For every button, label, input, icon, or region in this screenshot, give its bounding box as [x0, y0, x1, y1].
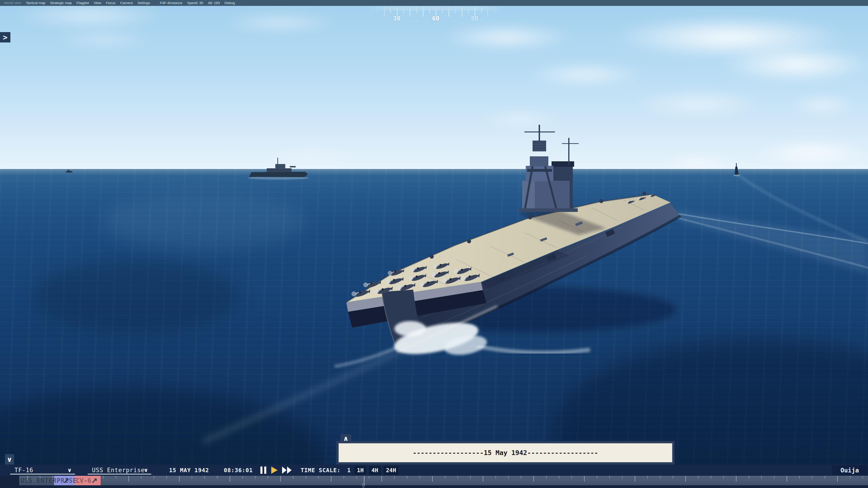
timeline-tick: [825, 476, 825, 479]
timeline-tick: [483, 476, 483, 482]
menu-item-tactical-map[interactable]: Tactical map: [26, 1, 45, 5]
compass-tick: [415, 6, 415, 10]
compass-tick: [484, 6, 484, 10]
timeline-tick: [521, 476, 521, 479]
compass-tick: [463, 6, 463, 10]
fast-forward-icon: [282, 466, 287, 474]
top-menu-bar: World view Tactical map Strategic map Fl…: [0, 0, 868, 6]
timeline-tick: [318, 476, 319, 479]
compass-tick: [477, 6, 477, 10]
timeline-tick: [306, 476, 306, 479]
play-button[interactable]: [271, 464, 278, 476]
compass-tick: [402, 6, 403, 10]
timeline-tick: [685, 476, 686, 482]
compass-tick: [473, 6, 474, 10]
timeline-tick: [850, 476, 850, 479]
compass-tick: [379, 6, 379, 10]
timeline-tick: [407, 476, 407, 479]
menu-item-view[interactable]: View: [94, 1, 101, 5]
compass-tick: [450, 6, 451, 10]
side-panel-expand-button[interactable]: >: [0, 32, 10, 42]
fast-forward-button[interactable]: [282, 464, 291, 476]
compass-tick: [410, 6, 410, 17]
compass-tick: [441, 6, 441, 10]
menu-item-focus[interactable]: Focus: [106, 1, 116, 5]
timeline-tick: [230, 476, 230, 482]
compass-tick: [414, 6, 414, 10]
timeline-ruler[interactable]: USS ENTERPRISE CV-6 ↗ ↗: [19, 476, 868, 485]
compass-tick: [386, 6, 387, 10]
chevron-right-icon: >: [3, 33, 7, 42]
timeline-tick: [673, 476, 673, 479]
time-scale-option-1[interactable]: 1: [346, 466, 351, 475]
distant-ship-left[interactable]: [66, 169, 72, 173]
timeline-tick: [344, 476, 344, 479]
play-icon: [271, 466, 278, 474]
timeline-tick: [546, 476, 547, 479]
time-scale-option-1h[interactable]: 1H: [355, 466, 366, 475]
distant-carrier[interactable]: [248, 158, 309, 180]
timeline-tick: [774, 476, 774, 479]
compass-tick: [416, 6, 417, 13]
timeline-tick: [381, 476, 382, 482]
timeline-tick: [837, 476, 838, 482]
menu-item-flagplot[interactable]: Flagplot: [76, 1, 89, 5]
compass-tape: 306090: [368, 6, 503, 27]
timeline-tick: [268, 476, 268, 479]
timeline-tick: [711, 476, 711, 479]
compass-tick: [447, 6, 448, 10]
compass-heading-label: 60: [432, 15, 440, 22]
timeline-tick: [584, 476, 585, 482]
compass-tick: [457, 6, 457, 10]
compass-tick: [433, 6, 434, 10]
compass-tick: [462, 6, 462, 17]
time-scale-option-24h[interactable]: 24H: [383, 466, 398, 475]
timeline-tick: [116, 476, 116, 479]
menu-item-debug[interactable]: Debug: [224, 1, 235, 5]
time-scale-option-4h[interactable]: 4H: [369, 466, 380, 475]
compass-tick: [486, 6, 487, 10]
compass-tick: [419, 6, 420, 10]
compass-tick: [403, 6, 404, 13]
timeline-tick: [736, 476, 737, 482]
timeline-tick: [166, 476, 167, 479]
compass-tick: [374, 6, 374, 10]
compass-tick: [467, 6, 467, 10]
compass-tick: [428, 6, 429, 10]
menu-item-camera[interactable]: Camera: [120, 1, 133, 5]
menu-item-f4f-instance[interactable]: F4F-4Instance: [160, 1, 182, 5]
sortie-arrow-icon: ↗: [63, 476, 69, 485]
menu-item-world-view[interactable]: World view: [4, 1, 21, 5]
chevron-down-icon: ∨: [7, 455, 12, 463]
compass-tick: [459, 6, 460, 10]
compass-tick: [384, 6, 384, 17]
task-force-underline: [10, 474, 75, 475]
timeline-tick: [356, 476, 357, 479]
compass-tick: [460, 6, 461, 10]
timeline-tick: [799, 476, 800, 479]
message-log-box[interactable]: ------------------15 May 1942-----------…: [339, 443, 672, 462]
compass-tick: [437, 6, 438, 10]
compass-tick: [396, 6, 396, 10]
compass-tick: [427, 6, 427, 10]
sim-date: 15 MAY 1942: [169, 464, 209, 476]
menu-item-speed-readout: Speed: 30: [187, 1, 203, 5]
menu-item-strategic-map[interactable]: Strategic map: [50, 1, 72, 5]
timeline-tick: [103, 476, 103, 479]
menu-item-settings[interactable]: Settings: [137, 1, 150, 5]
message-log-entry: ------------------15 May 1942-----------…: [413, 449, 598, 457]
compass-tick: [452, 6, 452, 10]
menu-item-alt-readout: Alt: 183: [208, 1, 220, 5]
compass-tick: [420, 6, 421, 10]
bottom-bar-collapse-button[interactable]: ∨: [5, 454, 14, 464]
timeline-tick: [141, 476, 142, 479]
compass-tick: [385, 6, 386, 10]
ouija-board-button[interactable]: Ouija: [832, 465, 868, 475]
timeline-hour-label: 9: [362, 483, 365, 488]
pause-button[interactable]: [260, 464, 266, 476]
timeline-tick: [660, 476, 660, 479]
timeline-tick: [749, 476, 749, 479]
sim-time: 08:36:01: [224, 464, 253, 476]
compass-tick: [398, 6, 399, 10]
timeline-tick: [647, 476, 648, 479]
